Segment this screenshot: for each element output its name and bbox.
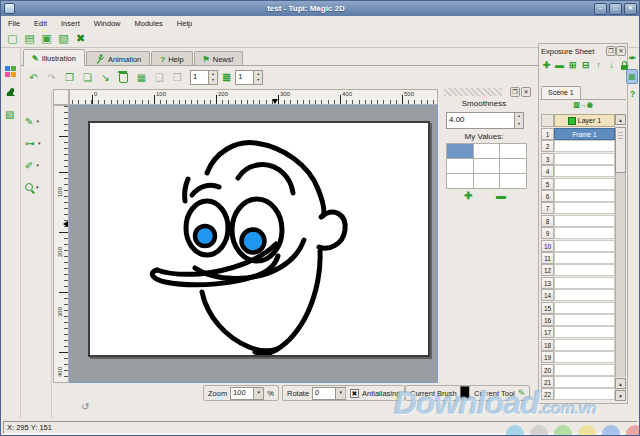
panel-close-button[interactable]: ✕ <box>521 87 531 97</box>
frame-cell[interactable] <box>554 277 615 289</box>
chevron-down-icon[interactable]: ▾ <box>36 184 39 190</box>
frame-number-cell[interactable]: 2 <box>541 140 554 152</box>
film-camera-icon[interactable]: ▥→◉ <box>539 101 627 109</box>
frame-cell[interactable] <box>554 153 615 165</box>
pencil-tool[interactable]: ✎▾ <box>25 113 50 129</box>
add-value-button[interactable]: ✚ <box>464 190 472 201</box>
zoom-tool[interactable]: ▾ <box>25 179 50 195</box>
my-values-cell[interactable] <box>447 144 473 158</box>
my-values-cell[interactable] <box>500 159 526 173</box>
my-values-cell[interactable] <box>474 174 500 188</box>
frame-cell[interactable] <box>554 264 615 276</box>
chevron-down-icon[interactable]: ▾ <box>36 118 39 124</box>
spin-down-icon[interactable]: ▾ <box>209 77 217 84</box>
pen-mode-icon[interactable]: ✒ <box>627 53 638 63</box>
scrollbar-top-arrow-icon[interactable]: ▲ <box>615 114 626 125</box>
frame-cell[interactable]: Frame 1 <box>554 128 615 140</box>
smoothness-steppers[interactable]: ▴▾ <box>514 113 523 128</box>
minimize-button[interactable]: – <box>594 3 607 15</box>
frame-number-cell[interactable]: 9 <box>541 227 554 239</box>
frame-number-cell[interactable]: 22 <box>541 388 554 400</box>
layer-header[interactable]: Layer 1 <box>554 114 615 127</box>
my-values-cell[interactable] <box>500 174 526 188</box>
frame-cell[interactable] <box>554 240 615 252</box>
tab-animation[interactable]: Animation <box>86 51 150 66</box>
paste-icon[interactable]: ❏ <box>79 69 96 86</box>
close-project-icon[interactable]: ✖ <box>72 31 89 47</box>
frame-number-cell[interactable]: 11 <box>541 252 554 264</box>
tab-news[interactable]: ⚑News! <box>194 51 243 66</box>
frame-cell[interactable] <box>554 252 615 264</box>
drawing-page[interactable] <box>88 121 430 357</box>
shapes-tool[interactable]: ⊶▾ <box>25 135 50 151</box>
copy-frame-icon[interactable]: ⊞ <box>567 59 578 71</box>
move-frame-down-icon[interactable]: ↓ <box>606 59 617 71</box>
frame-number-cell[interactable]: 19 <box>541 351 554 363</box>
frame-cell[interactable] <box>554 326 615 338</box>
scrollbar-up-arrow-icon[interactable]: ▲ <box>615 378 626 389</box>
spin-down-icon[interactable]: ▾ <box>515 121 523 129</box>
smoothness-spinbox[interactable]: 4.00 ▴▾ <box>446 112 524 129</box>
chevron-down-icon[interactable]: ▼ <box>335 388 345 399</box>
frame-cell[interactable] <box>554 140 615 152</box>
import-project-icon[interactable]: ▧ <box>55 31 72 47</box>
scrollbar-track[interactable] <box>615 173 626 377</box>
frames-spin-steppers[interactable]: ▴▾ <box>208 71 217 84</box>
menu-item-file[interactable]: File <box>1 19 27 28</box>
exposure-float-button[interactable]: ❐ <box>606 46 616 56</box>
frame-cell[interactable] <box>554 202 615 214</box>
panel-drag-handle[interactable] <box>444 88 502 96</box>
spin-up-icon[interactable]: ▴ <box>515 113 523 121</box>
onion-spinbox[interactable]: 1 ▴▾ <box>235 70 263 85</box>
canvas-workspace[interactable] <box>69 105 438 383</box>
frame-cell[interactable] <box>554 227 615 239</box>
scrollbar-down-arrow-icon[interactable]: ▼ <box>615 390 626 401</box>
frame-cell[interactable] <box>554 215 615 227</box>
frame-cell[interactable] <box>554 376 615 388</box>
frame-number-cell[interactable]: 21 <box>541 376 554 388</box>
chevron-down-icon[interactable]: ▼ <box>253 388 263 399</box>
frame-cell[interactable] <box>554 190 615 202</box>
frame-number-cell[interactable]: 7 <box>541 202 554 214</box>
panel-float-button[interactable]: ❐ <box>510 87 520 97</box>
onion-spin-steppers[interactable]: ▴▾ <box>253 71 262 84</box>
rotate-combobox[interactable]: 0 ▼ <box>312 387 346 400</box>
exposure-close-button[interactable]: ✕ <box>616 46 626 56</box>
group-icon[interactable]: ❑ <box>151 69 168 86</box>
frame-number-cell[interactable]: 5 <box>541 178 554 190</box>
insert-icon[interactable]: ↘ <box>97 69 114 86</box>
remove-value-button[interactable]: ▬ <box>496 190 506 201</box>
tab-illustration[interactable]: ✎Illustration <box>23 49 85 66</box>
save-project-icon[interactable]: ▣ <box>38 31 55 47</box>
frame-number-cell[interactable]: 10 <box>541 240 554 252</box>
frame-cell[interactable] <box>554 351 615 363</box>
redo-icon[interactable]: ↷ <box>43 69 60 86</box>
onion-skin-icon[interactable]: ≣ <box>222 71 231 84</box>
frame-cell[interactable] <box>554 314 615 326</box>
move-frame-up-icon[interactable]: ↑ <box>593 59 604 71</box>
chevron-down-icon[interactable]: ▾ <box>36 162 39 168</box>
copy-icon[interactable]: ❐ <box>61 69 78 86</box>
close-button[interactable]: ✕ <box>624 3 637 15</box>
frame-cell[interactable] <box>554 364 615 376</box>
ungroup-icon[interactable]: ❒ <box>169 69 186 86</box>
my-values-cell[interactable] <box>500 144 526 158</box>
antialiasing-checkbox[interactable]: ✖ <box>350 389 359 398</box>
frame-number-cell[interactable]: 20 <box>541 364 554 376</box>
frame-number-cell[interactable]: 12 <box>541 264 554 276</box>
frame-number-cell[interactable]: 18 <box>541 339 554 351</box>
frame-number-cell[interactable]: 16 <box>541 314 554 326</box>
frame-number-cell[interactable]: 13 <box>541 277 554 289</box>
fill-tool[interactable]: ✐▾ <box>25 157 50 173</box>
tab-help[interactable]: ?Help <box>151 51 192 66</box>
frame-number-cell[interactable]: 1 <box>541 128 554 140</box>
frame-cell[interactable] <box>554 165 615 177</box>
tupi-logo-icon[interactable] <box>5 86 17 98</box>
my-values-cell[interactable] <box>447 174 473 188</box>
frame-cell[interactable] <box>554 178 615 190</box>
frame-number-cell[interactable]: 4 <box>541 165 554 177</box>
remove-layer-icon[interactable]: ▬ <box>554 59 565 71</box>
scene-tab[interactable]: Scene 1 <box>541 86 581 99</box>
add-layer-icon[interactable]: ✚ <box>541 59 552 71</box>
maximize-button[interactable]: □ <box>609 3 622 15</box>
